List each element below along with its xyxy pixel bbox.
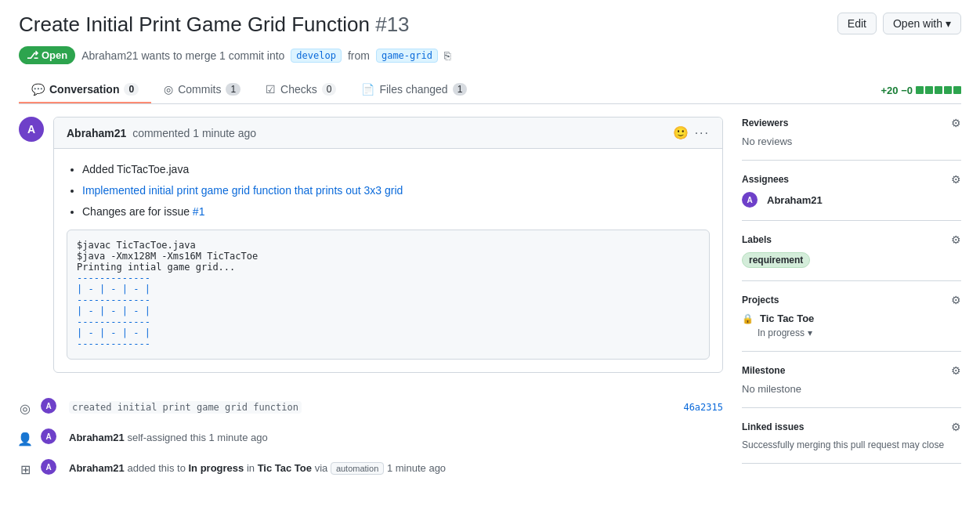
assign-action: self-assigned this xyxy=(127,432,205,443)
milestone-header: Milestone ⚙ xyxy=(742,364,961,377)
reviewers-header: Reviewers ⚙ xyxy=(742,117,961,129)
diff-summary: +20 −0 xyxy=(881,85,962,96)
linked-issues-title: Linked issues xyxy=(742,421,804,432)
timeline-connector-assign: 👤 xyxy=(19,428,31,446)
linked-issues-desc: Successfully merging this pull request m… xyxy=(742,439,961,450)
tab-checks[interactable]: ☑ Checks 0 xyxy=(253,77,349,103)
emoji-button[interactable]: 🙂 xyxy=(673,125,689,140)
more-options-button[interactable]: ··· xyxy=(695,126,710,140)
automation-badge: automation xyxy=(331,462,384,475)
code-line-7: | - | - | - | xyxy=(77,306,150,316)
milestone-title: Milestone xyxy=(742,365,785,376)
tab-commits[interactable]: ◎ Commits 1 xyxy=(151,77,253,103)
project-author[interactable]: Abraham21 xyxy=(69,462,125,474)
sidebar: Reviewers ⚙ No reviews Assignees ⚙ A Abr… xyxy=(742,117,961,490)
commit-hash[interactable]: 46a2315 xyxy=(683,402,723,413)
open-with-label: Open with xyxy=(893,17,942,30)
comment-item-3-prefix: Changes are for issue xyxy=(82,205,193,218)
commits-icon: ◎ xyxy=(164,83,173,96)
sidebar-labels: Labels ⚙ requirement xyxy=(742,221,961,281)
conversation-icon: 💬 xyxy=(31,83,45,96)
project-status: In progress ▾ xyxy=(742,327,961,338)
comment-box: Abraham21 commented 1 minute ago 🙂 ··· xyxy=(53,117,723,373)
comment-time: 1 minute ago xyxy=(193,127,256,139)
timeline-assign-content: Abraham21 self-assigned this 1 minute ag… xyxy=(69,428,723,443)
pr-meta: ⎇ Open Abraham21 wants to merge 1 commit… xyxy=(19,46,961,64)
timeline-connector-left: ◎ xyxy=(19,398,31,416)
header-actions: Edit Open with ▾ xyxy=(837,13,961,34)
diff-bar-2 xyxy=(925,86,933,94)
reviewers-title: Reviewers xyxy=(742,118,788,128)
projects-gear-icon[interactable]: ⚙ xyxy=(951,294,961,306)
code-line-9: | - | - | - | xyxy=(77,327,150,338)
labels-title: Labels xyxy=(742,234,772,245)
project-icon: ⊞ xyxy=(20,462,31,477)
linked-issues-header: Linked issues ⚙ xyxy=(742,421,961,433)
tab-conversation-count: 0 xyxy=(124,83,139,96)
sidebar-assignees: Assignees ⚙ A Abraham21 xyxy=(742,161,961,221)
assign-author[interactable]: Abraham21 xyxy=(69,432,125,443)
diff-text: +20 −0 xyxy=(881,85,913,96)
comment-body: Added TicTacToe.java Implemented initial… xyxy=(54,149,722,372)
chevron-down-icon: ▾ xyxy=(946,17,951,30)
assignee-avatar: A xyxy=(742,192,758,208)
pr-title-text: Create Initial Print Game Grid Function xyxy=(19,13,370,36)
pr-title: Create Initial Print Game Grid Function … xyxy=(19,13,410,37)
comment-header-actions: 🙂 ··· xyxy=(673,125,710,140)
comment-action: commented xyxy=(132,127,190,139)
issue-link[interactable]: #1 xyxy=(193,205,205,218)
project-action-text: added this to xyxy=(127,462,188,474)
sidebar-reviewers: Reviewers ⚙ No reviews xyxy=(742,117,961,161)
timeline-commit-content: created initial print game grid function… xyxy=(69,398,723,413)
label-badge[interactable]: requirement xyxy=(742,252,810,268)
git-merge-icon: ⎇ xyxy=(27,49,38,61)
base-branch[interactable]: develop xyxy=(291,49,342,63)
assignee-name[interactable]: Abraham21 xyxy=(767,194,823,206)
code-line-1: $javac TicTacToe.java xyxy=(77,240,196,251)
labels-gear-icon[interactable]: ⚙ xyxy=(951,233,961,246)
assignee-item: A Abraham21 xyxy=(742,192,961,208)
commit-avatar: A xyxy=(41,398,56,414)
tab-files-changed[interactable]: 📄 Files changed 1 xyxy=(349,77,479,103)
open-with-button[interactable]: Open with ▾ xyxy=(883,13,961,34)
diff-bar-1 xyxy=(916,86,924,94)
project-status-text: In progress xyxy=(189,462,244,474)
assign-time: 1 minute ago xyxy=(209,432,268,443)
checks-icon: ☑ xyxy=(266,83,276,96)
head-branch[interactable]: game-grid xyxy=(376,49,438,63)
comment-item-3: Changes are for issue #1 xyxy=(82,204,710,220)
status-text: Open xyxy=(42,49,67,61)
comment-container: A Abraham21 commented 1 minute ago 🙂 xyxy=(19,117,723,385)
reviewers-gear-icon[interactable]: ⚙ xyxy=(951,117,961,129)
status-badge: ⎇ Open xyxy=(19,46,75,64)
projects-title: Projects xyxy=(742,295,779,306)
milestone-value: No milestone xyxy=(742,383,961,395)
project-lock-icon: 🔒 xyxy=(742,313,754,324)
milestone-gear-icon[interactable]: ⚙ xyxy=(951,364,961,377)
project-status-chevron[interactable]: ▾ xyxy=(808,327,812,338)
project-text: Abraham21 added this to In progress in T… xyxy=(69,462,446,474)
files-icon: 📄 xyxy=(361,83,374,96)
timeline-commit: ◎ A created initial print game grid func… xyxy=(19,398,723,416)
assignees-title: Assignees xyxy=(742,174,789,185)
edit-button[interactable]: Edit xyxy=(837,13,877,34)
assignees-header: Assignees ⚙ xyxy=(742,173,961,186)
assignees-gear-icon[interactable]: ⚙ xyxy=(951,173,961,186)
tab-conversation-label: Conversation xyxy=(49,83,119,96)
content-area: A Abraham21 commented 1 minute ago 🙂 xyxy=(19,117,723,490)
tab-conversation[interactable]: 💬 Conversation 0 xyxy=(19,77,151,103)
copy-icon[interactable]: ⎘ xyxy=(444,49,450,62)
commit-message: created initial print game grid function xyxy=(69,401,302,414)
sidebar-milestone: Milestone ⚙ No milestone xyxy=(742,352,961,408)
code-line-8: ------------- xyxy=(77,316,150,327)
tab-files-changed-label: Files changed xyxy=(379,83,447,96)
assign-avatar: A xyxy=(41,428,56,444)
diff-bar-4 xyxy=(944,86,952,94)
project-name[interactable]: Tic Tac Toe xyxy=(760,313,814,324)
project-name-text[interactable]: Tic Tac Toe xyxy=(258,462,312,474)
commit-dot-icon: ◎ xyxy=(20,401,31,416)
pr-number: #13 xyxy=(375,13,409,36)
tab-commits-label: Commits xyxy=(178,83,221,96)
comment-author[interactable]: Abraham21 xyxy=(67,127,126,139)
linked-issues-gear-icon[interactable]: ⚙ xyxy=(951,421,961,433)
